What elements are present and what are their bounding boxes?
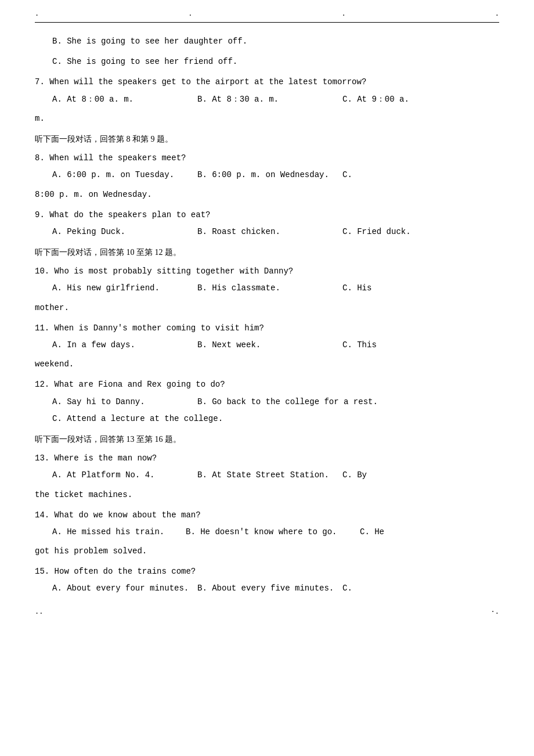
q11-option-b: B. Next week.	[197, 338, 337, 352]
q12-option-b: B. Go back to the college for a rest.	[197, 395, 378, 409]
header-dot-1: ·	[35, 12, 39, 20]
q8-option-c: C.	[342, 168, 482, 182]
q12-option-a: A. Say hi to Danny.	[52, 395, 192, 409]
q9-option-c: C. Fried duck.	[342, 225, 482, 239]
q10-continuation: mother.	[35, 301, 499, 315]
q8-continuation: 8:00 p. m. on Wednesday.	[35, 188, 499, 202]
q10-option-a: A. His new girlfriend.	[52, 281, 192, 296]
q14-option-b: B. He doesn't know where to go.	[186, 525, 354, 539]
question-8-text: 8. When will the speakers meet?	[35, 151, 499, 165]
q7-option-c: C. At 9：00 a.	[342, 92, 482, 107]
q8-option-b: B. 6:00 p. m. on Wednesday.	[197, 168, 337, 182]
q7-continuation: m.	[35, 111, 499, 126]
question-7-block: 7. When will the speakers get to the air…	[35, 75, 499, 126]
chinese-instruction-3: 听下面一段对话，回答第 13 至第 16 题。	[35, 432, 499, 447]
question-11-block: 11. When is Danny's mother coming to vis…	[35, 321, 499, 372]
question-13-text: 13. Where is the man now?	[35, 451, 499, 466]
q13-option-c: C. By	[342, 468, 482, 483]
option-b-block: B. She is going to see her daughter off.	[35, 34, 499, 49]
question-9-block: 9. What do the speakers plan to eat? A. …	[35, 208, 499, 239]
q9-option-a: A. Peking Duck.	[52, 225, 192, 239]
q10-option-c: C. His	[342, 281, 482, 296]
question-8-block: 8. When will the speakers meet? A. 6:00 …	[35, 151, 499, 202]
option-b: B. She is going to see her daughter off.	[52, 34, 499, 49]
footer: .. ·.	[35, 608, 499, 616]
q11-option-c: C. This	[342, 338, 482, 352]
q15-option-b: B. About every five minutes.	[197, 581, 337, 596]
footer-right: ·.	[491, 608, 499, 616]
chinese-instruction-1: 听下面一段对话，回答第 8 和第 9 题。	[35, 132, 499, 146]
question-15-block: 15. How often do the trains come? A. Abo…	[35, 564, 499, 596]
q14-continuation: got his problem solved.	[35, 544, 499, 559]
q15-option-c: C.	[342, 581, 352, 596]
option-c: C. She is going to see her friend off.	[52, 55, 499, 69]
header-line: · · · ·	[35, 12, 499, 23]
question-12-block: 12. What are Fiona and Rex going to do? …	[35, 377, 499, 426]
question-14-block: 14. What do we know about the man? A. He…	[35, 508, 499, 559]
question-11-text: 11. When is Danny's mother coming to vis…	[35, 321, 499, 336]
q11-continuation: weekend.	[35, 357, 499, 372]
q11-option-a: A. In a few days.	[52, 338, 192, 352]
question-10-block: 10. Who is most probably sitting togethe…	[35, 264, 499, 315]
question-9-text: 9. What do the speakers plan to eat?	[35, 208, 499, 222]
q15-option-a: A. About every four minutes.	[52, 581, 192, 596]
question-13-block: 13. Where is the man now? A. At Platform…	[35, 451, 499, 502]
question-10-text: 10. Who is most probably sitting togethe…	[35, 264, 499, 279]
q12-option-c: C. Attend a lecture at the college.	[52, 412, 499, 426]
q9-option-b: B. Roast chicken.	[197, 225, 337, 239]
header-dot-4: ·	[495, 12, 499, 20]
question-12-text: 12. What are Fiona and Rex going to do?	[35, 377, 499, 392]
q14-option-a: A. He missed his train.	[52, 525, 180, 539]
q7-option-b: B. At 8：30 a. m.	[197, 92, 337, 107]
header-dot-2: ·	[188, 12, 192, 20]
question-14-text: 14. What do we know about the man?	[35, 508, 499, 523]
main-content: B. She is going to see her daughter off.…	[35, 34, 499, 596]
question-15-text: 15. How often do the trains come?	[35, 564, 499, 579]
footer-left: ..	[35, 608, 43, 616]
option-c-block: C. She is going to see her friend off.	[35, 55, 499, 69]
chinese-instruction-2: 听下面一段对话，回答第 10 至第 12 题。	[35, 245, 499, 260]
q13-continuation: the ticket machines.	[35, 488, 499, 502]
question-7-text: 7. When will the speakers get to the air…	[35, 75, 499, 89]
q8-option-a: A. 6:00 p. m. on Tuesday.	[52, 168, 192, 182]
q14-option-c: C. He	[360, 525, 384, 539]
q13-option-a: A. At Platform No. 4.	[52, 468, 192, 483]
header-dot-3: ·	[342, 12, 346, 20]
q10-option-b: B. His classmate.	[197, 281, 337, 296]
q13-option-b: B. At State Street Station.	[197, 468, 337, 483]
q7-option-a: A. At 8：00 a. m.	[52, 92, 192, 107]
